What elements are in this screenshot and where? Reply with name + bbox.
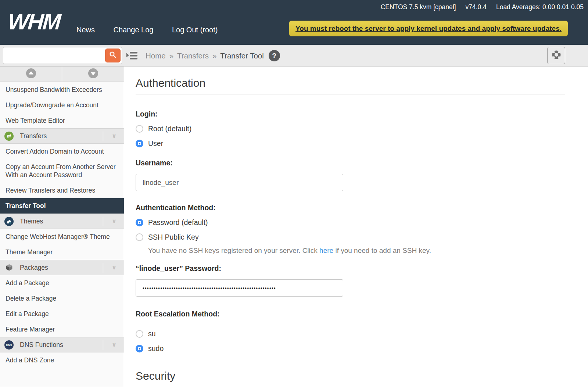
sidebar-scroll-controls bbox=[0, 67, 124, 82]
sidebar-item-convert-addon-domain-to-account[interactable]: Convert Addon Domain to Account bbox=[0, 144, 124, 159]
themes-icon bbox=[4, 217, 14, 226]
root-escalation-sudo-option[interactable]: sudo bbox=[136, 344, 565, 353]
search-icon bbox=[109, 51, 117, 60]
breadcrumb-home[interactable]: Home bbox=[146, 51, 166, 60]
svg-text:DNS: DNS bbox=[6, 344, 12, 347]
sidebar-item-web-template-editor[interactable]: Web Template Editor bbox=[0, 113, 124, 128]
whm-version: v74.0.4 bbox=[466, 3, 487, 11]
load-averages: Load Averages: 0.00 0.01 0.05 bbox=[496, 3, 584, 11]
sidebar-item-feature-manager[interactable]: Feature Manager bbox=[0, 322, 124, 337]
auth-method-ssh-radio[interactable] bbox=[136, 233, 143, 241]
search-input[interactable] bbox=[3, 47, 122, 64]
root-escalation-sudo-radio[interactable] bbox=[136, 345, 143, 352]
root-escalation-label: Root Escalation Method: bbox=[136, 310, 565, 318]
server-env: CENTOS 7.5 kvm [cpanel] bbox=[381, 3, 456, 11]
breadcrumb-transfer-tool: Transfer Tool bbox=[220, 51, 264, 60]
login-user-label: User bbox=[148, 139, 163, 148]
sidebar: Unsuspend Bandwidth ExceedersUpgrade/Dow… bbox=[0, 67, 124, 387]
auth-method-password-option[interactable]: Password (default) bbox=[136, 218, 565, 227]
login-root-radio[interactable] bbox=[136, 125, 143, 133]
toolbar: Home»Transfers»Transfer Tool? bbox=[0, 45, 588, 67]
ssh-note-before: You have no SSH keys registered on your … bbox=[148, 247, 319, 254]
section-divider bbox=[103, 132, 103, 141]
sidebar-item-theme-manager[interactable]: Theme Manager bbox=[0, 244, 124, 260]
help-icon[interactable]: ? bbox=[269, 50, 280, 61]
login-user-option[interactable]: User bbox=[136, 139, 565, 148]
login-root-option[interactable]: Root (default) bbox=[136, 125, 565, 133]
root-escalation-su-radio[interactable] bbox=[136, 330, 143, 338]
sidebar-scroll-up-button[interactable] bbox=[0, 67, 62, 82]
search-button[interactable] bbox=[105, 49, 121, 62]
sidebar-section-packages[interactable]: Packages∨ bbox=[0, 260, 124, 275]
login-label: Login: bbox=[136, 110, 565, 118]
nav-news[interactable]: News bbox=[76, 26, 95, 34]
login-root-label: Root (default) bbox=[148, 125, 191, 133]
security-heading: Security bbox=[136, 370, 565, 387]
login-user-radio[interactable] bbox=[136, 140, 143, 147]
sidebar-section-dns-functions[interactable]: DNSDNS Functions∨ bbox=[0, 337, 124, 352]
arrow-down-circle-icon bbox=[88, 68, 98, 80]
root-escalation-sudo-label: sudo bbox=[148, 344, 164, 353]
breadcrumb-separator: » bbox=[212, 51, 216, 60]
top-nav: News Change Log Log Out (root) bbox=[76, 26, 234, 34]
sidebar-item-add-a-dns-zone[interactable]: Add a DNS Zone bbox=[0, 352, 124, 368]
main-content: Authentication Login: Root (default) Use… bbox=[124, 67, 588, 387]
chevron-down-icon[interactable]: ∨ bbox=[112, 132, 116, 139]
section-divider bbox=[103, 340, 103, 350]
server-info: CENTOS 7.5 kvm [cpanel]v74.0.4Load Avera… bbox=[371, 3, 584, 11]
ssh-note: You have no SSH keys registered on your … bbox=[148, 247, 565, 255]
section-divider bbox=[103, 217, 103, 226]
sidebar-item-review-transfers-and-restores[interactable]: Review Transfers and Restores bbox=[0, 183, 124, 198]
sidebar-section-transfers[interactable]: ⇄Transfers∨ bbox=[0, 128, 124, 144]
root-escalation-su-option[interactable]: su bbox=[136, 330, 565, 338]
auth-method-password-radio[interactable] bbox=[136, 219, 143, 226]
breadcrumb: Home»Transfers»Transfer Tool? bbox=[146, 45, 280, 67]
ssh-note-after: if you need to add an SSH key. bbox=[333, 247, 431, 254]
search-box bbox=[3, 47, 122, 64]
sidebar-section-label: Themes bbox=[20, 218, 43, 225]
nav-change-log[interactable]: Change Log bbox=[113, 26, 153, 34]
transfers-icon: ⇄ bbox=[4, 132, 14, 141]
breadcrumb-transfers[interactable]: Transfers bbox=[177, 51, 209, 60]
life-preserver-icon bbox=[550, 48, 563, 63]
sidebar-item-change-webhost-manager-theme[interactable]: Change WebHost Manager® Theme bbox=[0, 229, 124, 244]
sidebar-section-label: Packages bbox=[20, 264, 48, 272]
sidebar-item-transfer-tool[interactable]: Transfer Tool bbox=[0, 198, 124, 214]
sidebar-section-themes[interactable]: Themes∨ bbox=[0, 214, 124, 229]
sidebar-scroll-down-button[interactable] bbox=[62, 67, 124, 82]
sidebar-item-delete-a-package[interactable]: Delete a Package bbox=[0, 291, 124, 306]
reboot-warning-banner[interactable]: You must reboot the server to apply kern… bbox=[289, 21, 568, 36]
sidebar-item-edit-a-package[interactable]: Edit a Package bbox=[0, 306, 124, 322]
username-label: Username: bbox=[136, 159, 565, 167]
sidebar-section-label: DNS Functions bbox=[20, 341, 63, 349]
dns-icon: DNS bbox=[4, 340, 14, 350]
password-input[interactable] bbox=[136, 279, 343, 297]
ssh-note-here-link[interactable]: here bbox=[319, 247, 333, 254]
top-bar: CENTOS 7.5 kvm [cpanel]v74.0.4Load Avera… bbox=[0, 0, 588, 45]
nav-log-out[interactable]: Log Out (root) bbox=[172, 26, 218, 34]
chevron-down-icon[interactable]: ∨ bbox=[112, 341, 116, 348]
arrow-up-circle-icon bbox=[26, 68, 36, 80]
sidebar-item-unsuspend-bandwidth-exceeders[interactable]: Unsuspend Bandwidth Exceeders bbox=[0, 82, 124, 97]
sidebar-menu: Unsuspend Bandwidth ExceedersUpgrade/Dow… bbox=[0, 82, 124, 368]
auth-method-ssh-label: SSH Public Key bbox=[148, 233, 199, 241]
username-input[interactable] bbox=[136, 174, 343, 191]
collapse-sidebar-icon[interactable] bbox=[126, 51, 138, 61]
auth-method-ssh-option[interactable]: SSH Public Key bbox=[136, 233, 565, 241]
password-label: “linode_user” Password: bbox=[136, 264, 565, 273]
support-button[interactable] bbox=[547, 47, 565, 64]
sidebar-item-add-a-package[interactable]: Add a Package bbox=[0, 275, 124, 291]
chevron-down-icon[interactable]: ∨ bbox=[112, 218, 116, 225]
sidebar-item-upgrade-downgrade-an-account[interactable]: Upgrade/Downgrade an Account bbox=[0, 97, 124, 113]
auth-method-label: Authentication Method: bbox=[136, 204, 565, 212]
section-divider bbox=[103, 263, 103, 273]
auth-method-password-label: Password (default) bbox=[148, 218, 208, 227]
whm-logo[interactable]: WHM bbox=[7, 11, 61, 33]
sidebar-section-label: Transfers bbox=[20, 132, 47, 140]
root-escalation-su-label: su bbox=[148, 330, 156, 338]
packages-icon bbox=[4, 263, 14, 272]
sidebar-item-copy-an-account-from-another-server-with-an-account-password[interactable]: Copy an Account From Another Server With… bbox=[0, 159, 124, 183]
chevron-down-icon[interactable]: ∨ bbox=[112, 264, 116, 271]
breadcrumb-separator: » bbox=[169, 51, 173, 60]
authentication-heading: Authentication bbox=[136, 77, 565, 94]
